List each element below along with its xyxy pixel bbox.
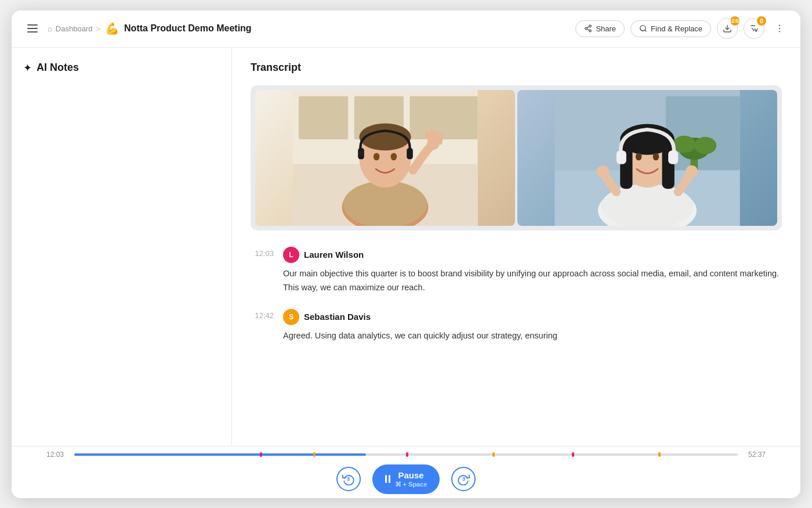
svg-line-26 bbox=[427, 133, 429, 139]
pause-button[interactable]: Pause ⌘ + Space bbox=[372, 464, 440, 494]
svg-point-43 bbox=[636, 153, 642, 160]
skip-forward-label: 3 bbox=[462, 476, 465, 482]
speaker-line-2: S Sebastian Davis bbox=[283, 309, 782, 325]
video-split bbox=[251, 85, 782, 230]
menu-button[interactable] bbox=[23, 19, 42, 38]
translate-icon bbox=[749, 24, 759, 33]
transcript-title: Transcript bbox=[251, 62, 782, 74]
svg-rect-46 bbox=[668, 150, 678, 164]
table-row: 12:42 S Sebastian Davis Agreed. Using da… bbox=[251, 309, 782, 343]
time-start: 12:03 bbox=[46, 451, 67, 459]
svg-point-48 bbox=[686, 165, 698, 177]
search-icon bbox=[639, 24, 647, 33]
video-preview bbox=[251, 85, 782, 230]
more-options-button[interactable] bbox=[770, 19, 789, 38]
video-person-1 bbox=[255, 90, 515, 226]
translate-badge: 0 bbox=[757, 16, 766, 26]
svg-point-1 bbox=[585, 27, 588, 30]
download-badge: 12:03 bbox=[730, 16, 740, 26]
svg-point-5 bbox=[640, 26, 646, 31]
shortcut-hint: ⌘ + Space bbox=[395, 481, 427, 488]
pause-icon bbox=[385, 475, 390, 483]
svg-point-35 bbox=[673, 135, 695, 153]
breadcrumb-separator: > bbox=[96, 24, 100, 33]
table-row: 12:03 L Lauren Wilson Our main objective… bbox=[251, 247, 782, 295]
home-icon: ⌂ bbox=[48, 24, 52, 33]
header: ⌂ Dashboard > 💪 Notta Product Demo Meeti… bbox=[12, 10, 800, 48]
left-panel: ✦ AI Notes bbox=[12, 48, 232, 498]
share-button[interactable]: Share bbox=[575, 20, 625, 37]
transcript-text-1: Our main objective this quarter is to bo… bbox=[283, 266, 782, 295]
time-end: 52:37 bbox=[745, 451, 766, 459]
marker-2 bbox=[313, 452, 316, 457]
header-left: ⌂ Dashboard > 💪 Notta Product Demo Meeti… bbox=[23, 19, 252, 38]
marker-1 bbox=[260, 452, 262, 457]
timestamp-1: 12:03 bbox=[251, 247, 274, 258]
svg-point-36 bbox=[694, 136, 716, 154]
avatar-lauren: L bbox=[283, 247, 299, 263]
avatar-sebastian: S bbox=[283, 309, 299, 325]
marker-4 bbox=[492, 452, 495, 457]
audio-player: 12:03 52:37 bbox=[12, 446, 800, 498]
breadcrumb-home-label[interactable]: Dashboard bbox=[56, 24, 93, 33]
svg-point-2 bbox=[589, 30, 592, 32]
marker-6 bbox=[658, 452, 661, 457]
pause-label-area: Pause ⌘ + Space bbox=[395, 470, 427, 488]
speaker-name-1: Lauren Wilson bbox=[304, 250, 364, 260]
download-icon bbox=[723, 24, 732, 33]
svg-point-9 bbox=[779, 28, 780, 29]
page-title: Notta Product Demo Meeting bbox=[124, 23, 252, 34]
person-1-svg bbox=[255, 90, 515, 226]
svg-point-10 bbox=[779, 31, 780, 32]
title-emoji: 💪 bbox=[105, 21, 119, 35]
translate-button[interactable]: 0 bbox=[744, 18, 764, 39]
transcript-text-2: Agreed. Using data analytics, we can qui… bbox=[283, 329, 782, 343]
progress-track[interactable] bbox=[74, 453, 738, 456]
pause-label: Pause bbox=[395, 470, 427, 480]
content-area: ✦ AI Notes Transcript bbox=[12, 48, 800, 498]
svg-line-4 bbox=[587, 27, 589, 28]
video-person-2 bbox=[517, 90, 777, 226]
share-icon bbox=[584, 24, 592, 33]
entry-content-1: L Lauren Wilson Our main objective this … bbox=[283, 247, 782, 295]
svg-point-44 bbox=[653, 153, 659, 160]
svg-point-21 bbox=[391, 153, 397, 160]
transcript-list: 12:03 L Lauren Wilson Our main objective… bbox=[251, 247, 782, 343]
right-panel: Transcript bbox=[232, 48, 800, 498]
marker-5 bbox=[572, 452, 574, 457]
ai-notes-icon: ✦ bbox=[23, 62, 32, 74]
speaker-line-1: L Lauren Wilson bbox=[283, 247, 782, 263]
find-replace-button[interactable]: Find & Replace bbox=[630, 20, 711, 37]
timestamp-2: 12:42 bbox=[251, 309, 274, 320]
progress-markers bbox=[74, 453, 738, 456]
app-window: ⌂ Dashboard > 💪 Notta Product Demo Meeti… bbox=[12, 10, 800, 498]
main-content: ✦ AI Notes Transcript bbox=[12, 48, 800, 498]
skip-back-button[interactable]: 3 bbox=[336, 467, 361, 491]
skip-back-label: 3 bbox=[347, 476, 350, 482]
svg-point-20 bbox=[374, 153, 380, 160]
ai-notes-title: AI Notes bbox=[37, 62, 79, 74]
svg-line-3 bbox=[587, 29, 589, 30]
speaker-name-2: Sebastian Davis bbox=[304, 312, 371, 322]
download-button[interactable]: 12:03 bbox=[717, 18, 738, 39]
breadcrumb: ⌂ Dashboard > bbox=[48, 24, 100, 33]
svg-line-27 bbox=[432, 131, 433, 138]
marker-3 bbox=[406, 452, 408, 457]
entry-content-2: S Sebastian Davis Agreed. Using data ana… bbox=[283, 309, 782, 343]
svg-line-29 bbox=[440, 136, 441, 142]
svg-point-0 bbox=[589, 25, 592, 27]
svg-point-47 bbox=[597, 165, 609, 177]
svg-point-8 bbox=[779, 25, 780, 26]
more-icon bbox=[774, 23, 785, 34]
skip-forward-button[interactable]: 3 bbox=[451, 467, 476, 491]
svg-rect-23 bbox=[407, 147, 413, 158]
svg-line-6 bbox=[645, 30, 647, 32]
header-right: Share Find & Replace 12:03 bbox=[575, 18, 789, 39]
svg-rect-13 bbox=[299, 96, 348, 139]
progress-bar-area: 12:03 52:37 bbox=[46, 451, 766, 459]
svg-point-24 bbox=[358, 151, 364, 156]
controls-area: 3 Pause ⌘ + Space bbox=[336, 464, 476, 494]
person-2-svg bbox=[517, 90, 777, 226]
title-area: ⌂ Dashboard > 💪 Notta Product Demo Meeti… bbox=[48, 21, 252, 35]
svg-rect-15 bbox=[410, 96, 478, 139]
